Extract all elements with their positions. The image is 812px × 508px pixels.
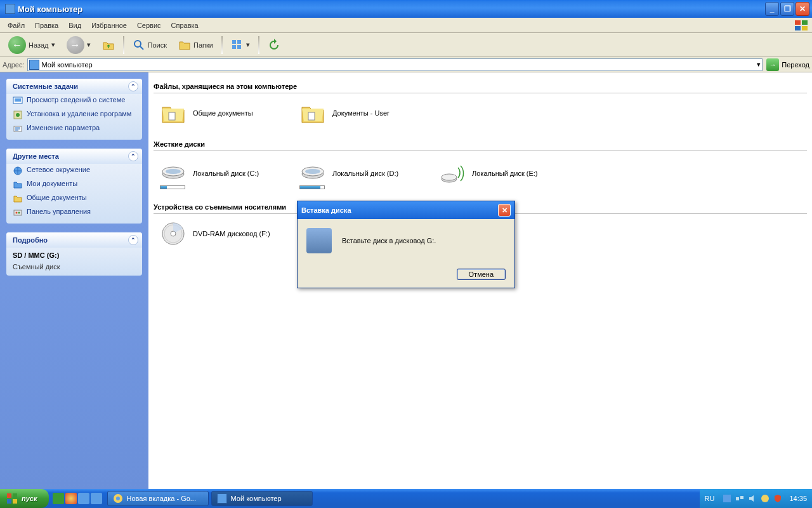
forward-icon: → — [67, 36, 84, 54]
toolbar: ← Назад ▾ → ▾ Поиск Папки ▾ — [0, 33, 812, 57]
svg-point-17 — [16, 212, 18, 214]
tray-icon[interactable] — [760, 493, 770, 504]
search-label: Поиск — [148, 41, 167, 49]
close-button[interactable]: ✕ — [796, 2, 809, 16]
tray-network-icon[interactable] — [735, 493, 745, 504]
svg-point-26 — [305, 169, 320, 174]
panel-header[interactable]: Системные задачи ⌃ — [6, 79, 142, 94]
taskbar-item-explorer[interactable]: Мой компьютер — [211, 491, 313, 506]
minimize-button[interactable]: _ — [765, 2, 779, 16]
dialog-close-button[interactable]: ✕ — [498, 204, 511, 217]
details-sub: Съемный диск — [6, 263, 142, 272]
ql-icon[interactable] — [78, 493, 89, 504]
sidebar-item-shareddocs[interactable]: Общие документы — [6, 192, 142, 206]
usage-bar — [299, 185, 325, 189]
svg-point-41 — [761, 495, 769, 502]
folders-button[interactable]: Папки — [174, 37, 218, 53]
sidebar-item-network[interactable]: Сетевое окружение — [6, 164, 142, 178]
computer-icon — [29, 60, 39, 70]
svg-rect-7 — [237, 40, 241, 44]
sidebar-item-add-remove[interactable]: Установка и удаление программ — [6, 108, 142, 122]
up-button[interactable] — [98, 37, 119, 53]
sidebar-item-control-panel[interactable]: Панель управления — [6, 206, 142, 220]
quick-launch — [49, 493, 106, 504]
language-indicator[interactable]: RU — [705, 495, 715, 502]
computer-icon — [217, 493, 227, 504]
group-files-header: Файлы, хранящиеся на этом компьютере — [154, 81, 807, 93]
menu-tools[interactable]: Сервис — [132, 20, 166, 30]
drive-icon — [160, 157, 187, 184]
svg-rect-40 — [740, 496, 743, 499]
address-input[interactable]: Мой компьютер ▾ — [27, 58, 763, 71]
svg-rect-9 — [237, 45, 241, 49]
folders-icon — [178, 39, 191, 51]
go-arrow-icon: → — [766, 58, 779, 71]
folders-label: Папки — [193, 41, 213, 49]
forward-button[interactable]: → ▾ — [62, 34, 95, 56]
address-bar: Адрес: Мой компьютер ▾ → Переход — [0, 57, 812, 72]
panel-header[interactable]: Подробно ⌃ — [6, 232, 142, 248]
back-label: Назад — [29, 41, 49, 49]
details-panel: Подробно ⌃ SD / MMC (G:) Съемный диск — [6, 232, 142, 276]
tasks-sidebar: Системные задачи ⌃ Просмотр сведений о с… — [0, 72, 148, 489]
item-user-docs[interactable]: Документы - User — [299, 100, 420, 126]
refresh-button[interactable] — [263, 37, 285, 53]
dialog-titlebar[interactable]: Вставка диска ✕ — [298, 201, 514, 219]
tray-icon[interactable] — [722, 493, 732, 504]
menu-favorites[interactable]: Избранное — [86, 20, 132, 30]
menu-file[interactable]: Файл — [3, 20, 30, 30]
ql-desktop-icon[interactable] — [91, 493, 102, 504]
chevron-down-icon[interactable]: ▾ — [757, 60, 761, 69]
svg-rect-3 — [802, 26, 808, 30]
item-disk-e[interactable]: Локальный диск (E:) — [439, 157, 560, 189]
cancel-button[interactable]: Отмена — [457, 269, 506, 280]
menu-view[interactable]: Вид — [63, 20, 86, 30]
sidebar-item-settings[interactable]: Изменение параметра — [6, 122, 142, 136]
svg-point-28 — [442, 174, 457, 180]
svg-rect-19 — [169, 112, 175, 120]
svg-rect-6 — [232, 40, 236, 44]
sidebar-item-mydocs[interactable]: Мои документы — [6, 178, 142, 192]
sidebar-item-system-info[interactable]: Просмотр сведений о системе — [6, 94, 142, 108]
maximize-button[interactable]: ❐ — [780, 2, 794, 16]
go-button[interactable]: → Переход — [766, 58, 809, 71]
separator — [123, 36, 124, 54]
collapse-icon: ⌃ — [128, 151, 138, 161]
svg-rect-32 — [7, 493, 11, 498]
svg-rect-34 — [7, 499, 11, 504]
drive-network-icon — [439, 160, 466, 187]
search-icon — [133, 39, 145, 51]
start-button[interactable]: пуск — [0, 489, 49, 508]
tray-shield-icon[interactable] — [773, 493, 783, 504]
menu-edit[interactable]: Правка — [30, 20, 63, 30]
folder-icon — [299, 100, 326, 126]
chevron-down-icon: ▾ — [51, 41, 55, 49]
svg-point-4 — [134, 41, 141, 47]
folder-icon — [160, 100, 187, 126]
usage-bar — [160, 185, 185, 189]
svg-rect-33 — [13, 493, 17, 498]
clock[interactable]: 14:35 — [789, 495, 807, 502]
item-dvd-f[interactable]: DVD-RAM дисковод (F:) — [160, 220, 280, 247]
ql-chrome-icon[interactable] — [65, 493, 77, 504]
svg-rect-8 — [232, 45, 236, 49]
svg-rect-0 — [795, 20, 801, 25]
dvd-icon — [160, 220, 187, 247]
item-disk-d[interactable]: Локальный диск (D:) — [299, 157, 420, 189]
item-shared-docs[interactable]: Общие документы — [160, 100, 280, 126]
item-disk-c[interactable]: Локальный диск (C:) — [160, 157, 280, 189]
window-icon — [5, 4, 15, 14]
views-icon — [231, 39, 244, 51]
search-button[interactable]: Поиск — [128, 37, 171, 53]
taskbar-item-chrome[interactable]: Новая вкладка - Go... — [107, 491, 209, 506]
ql-icon[interactable] — [53, 493, 64, 504]
address-label: Адрес: — [3, 61, 25, 69]
svg-rect-38 — [723, 495, 731, 502]
back-button[interactable]: ← Назад ▾ — [4, 34, 60, 56]
menu-help[interactable]: Справка — [166, 20, 204, 30]
panel-header[interactable]: Другие места ⌃ — [6, 149, 142, 164]
windows-flag-icon — [794, 20, 809, 31]
views-button[interactable]: ▾ — [226, 37, 254, 53]
tray-volume-icon[interactable] — [747, 493, 757, 504]
menu-bar: Файл Правка Вид Избранное Сервис Справка — [0, 18, 812, 33]
